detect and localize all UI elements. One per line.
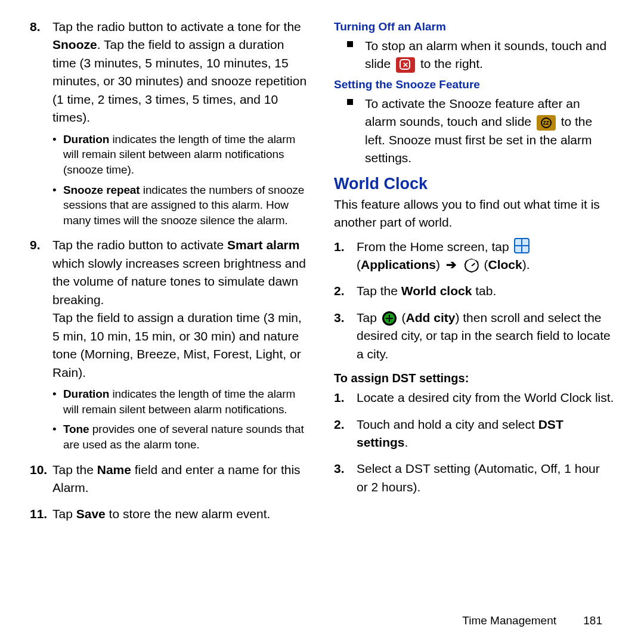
clock-icon [465,258,479,273]
step-8: 8. Tap the radio button to activate a to… [30,18,310,228]
heading-dst-settings: To assign DST settings: [334,371,614,385]
sub-bullet: Snooze repeat indicates the numbers of s… [52,182,310,228]
step-marker: 10. [30,461,47,479]
step-marker: 1. [334,238,345,256]
wc-step-2: 2. Tap the World clock tab. [334,282,614,300]
step-marker: 2. [334,282,345,300]
text-fragment: (Clock). [484,258,530,271]
turning-off-list: To stop an alarm when it sounds, touch a… [334,37,614,73]
dst-step-1: 1. Locate a desired city from the World … [334,389,614,407]
step-marker: 8. [30,18,41,36]
dst-steps: 1. Locate a desired city from the World … [334,389,614,496]
step-marker: 11. [30,505,47,523]
world-clock-intro: This feature allows you to find out what… [334,196,614,232]
dst-step-2: 2. Touch and hold a city and select DST … [334,416,614,452]
step-marker: 3. [334,309,345,327]
step-marker: 1. [334,389,345,407]
sub-bullet: Duration indicates the length of time th… [52,386,310,417]
text-fragment: (Applications) [357,258,444,271]
turning-off-item: To stop an alarm when it sounds, touch a… [334,37,614,73]
snooze-icon [537,115,556,131]
alarm-steps-list: 8. Tap the radio button to activate a to… [30,18,310,524]
snooze-list: To activate the Snooze feature after an … [334,95,614,168]
page-number: 181 [583,614,602,627]
wc-step-3: 3. Tap (Add city) then scroll and select… [334,309,614,363]
text-fragment: to the right. [420,57,483,70]
add-city-icon [382,311,397,326]
text-fragment: Tap [357,311,380,324]
wc-step-1: 1. From the Home screen, tap (Applicatio… [334,238,614,274]
step-9: 9. Tap the radio button to activate Smar… [30,236,310,452]
heading-snooze-feature: Setting the Snooze Feature [334,78,614,91]
step-9-sublist: Duration indicates the length of time th… [52,386,310,453]
step-text: Tap the Name field and enter a name for … [52,463,301,494]
sub-bullet: Tone provides one of several nature soun… [52,422,310,452]
world-clock-steps: 1. From the Home screen, tap (Applicatio… [334,238,614,364]
right-column: Turning Off an Alarm To stop an alarm wh… [334,18,614,532]
step-marker: 9. [30,236,41,254]
dismiss-alarm-icon [396,57,415,73]
page-footer: Time Management 181 [462,614,602,627]
step-text: Tap the radio button to activate a tone … [52,20,306,124]
dst-step-3: 3. Select a DST setting (Automatic, Off,… [334,460,614,496]
arrow-icon: ➔ [446,258,457,271]
left-column: 8. Tap the radio button to activate a to… [30,18,310,532]
section-title: Time Management [462,614,556,627]
heading-world-clock: World Clock [334,175,614,193]
step-text: Touch and hold a city and select DST set… [357,417,564,449]
step-text: Select a DST setting (Automatic, Off, 1 … [357,462,600,493]
step-8-sublist: Duration indicates the length of time th… [52,132,310,228]
step-marker: 3. [334,460,345,478]
step-text: Tap the radio button to activate Smart a… [52,238,306,379]
sub-bullet: Duration indicates the length of time th… [52,132,310,178]
heading-turning-off-alarm: Turning Off an Alarm [334,20,614,33]
step-text: Tap the World clock tab. [357,284,496,298]
text-fragment: From the Home screen, tap [357,240,512,253]
applications-icon [514,238,530,253]
step-text: Tap Save to store the new alarm event. [52,507,270,521]
step-marker: 2. [334,416,345,434]
snooze-item: To activate the Snooze feature after an … [334,95,614,168]
manual-page: 8. Tap the radio button to activate a to… [0,0,644,532]
step-text: Locate a desired city from the World Clo… [357,391,614,404]
step-11: 11. Tap Save to store the new alarm even… [30,505,310,523]
step-10: 10. Tap the Name field and enter a name … [30,461,310,497]
